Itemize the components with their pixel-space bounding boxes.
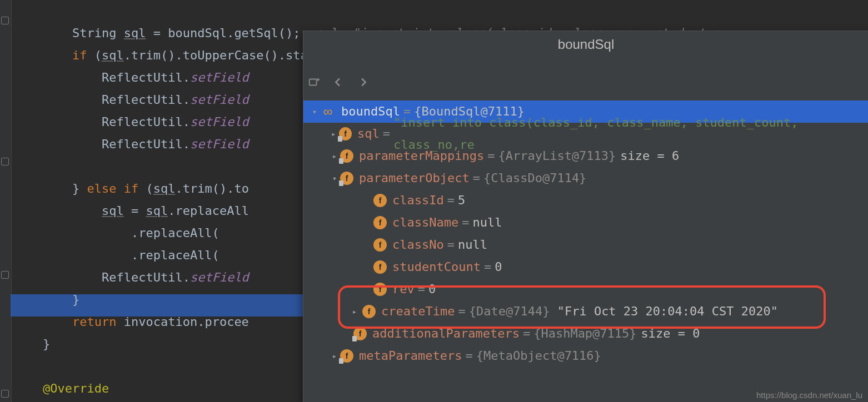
field-type: {ClassDo@7114} <box>483 167 586 189</box>
field-icon: f <box>339 127 352 140</box>
code-text: ReflectUtil.setField <box>13 71 249 84</box>
field-icon: f <box>373 238 387 252</box>
field-icon: f <box>373 194 387 207</box>
fold-marker-icon[interactable] <box>1 271 9 279</box>
popup-title: boundSql <box>303 37 868 52</box>
field-size: size = 0 <box>641 323 700 345</box>
code-text: } <box>13 293 79 306</box>
var-name: boundSql <box>341 100 400 123</box>
expand-caret-icon[interactable] <box>329 145 340 167</box>
code-text: ReflectUtil.setField <box>13 270 249 284</box>
field-icon: f <box>340 149 353 163</box>
field-type: {ArrayList@7113} <box>498 145 616 167</box>
tree-row-class-id[interactable]: f classId = 5 <box>303 189 868 212</box>
code-text: ReflectUtil.setField <box>13 115 249 129</box>
field-type: {MetaObject@7116} <box>476 345 601 367</box>
tree-row-rev[interactable]: f rev = 0 <box>303 278 868 300</box>
equals-sign: = <box>473 167 480 189</box>
equals-sign: = <box>487 145 495 167</box>
equals-sign: = <box>383 123 390 145</box>
field-icon: f <box>373 283 387 296</box>
popup-toolbar <box>308 71 369 93</box>
svg-rect-0 <box>310 79 317 86</box>
equals-sign: = <box>418 278 425 300</box>
field-name: className <box>392 212 458 234</box>
variables-tree[interactable]: ∞ boundSql = {BoundSql@7111} f sql = "in… <box>303 100 868 367</box>
field-name: rev <box>392 278 415 300</box>
field-name: classId <box>392 189 444 212</box>
equals-sign: = <box>484 256 491 278</box>
debug-evaluate-popup: boundSql ∞ boundSql = {BoundSql@7111} f … <box>303 31 868 402</box>
field-value: 0 <box>428 278 436 300</box>
code-text: ReflectUtil.setField <box>13 93 249 107</box>
field-icon: f <box>340 349 353 363</box>
field-size: size = 6 <box>620 145 679 167</box>
watermark-text: https://blog.csdn.net/xuan_lu <box>756 390 862 400</box>
expand-caret-icon[interactable] <box>328 123 339 145</box>
equals-sign: = <box>447 234 455 256</box>
expand-caret-icon[interactable] <box>349 300 360 323</box>
fold-marker-icon[interactable] <box>1 17 9 24</box>
tree-row-sql[interactable]: f sql = "insert into class(class_id, cla… <box>303 123 868 145</box>
code-text: .replaceAll( <box>13 226 220 240</box>
field-value: null <box>458 234 487 256</box>
equals-sign: = <box>447 189 455 212</box>
nav-back-icon[interactable] <box>332 76 345 88</box>
field-name: parameterMappings <box>359 145 484 167</box>
code-text: sql = sql.replaceAll <box>13 204 249 218</box>
fold-marker-icon[interactable] <box>1 158 9 165</box>
equals-sign: = <box>465 345 472 367</box>
field-icon: f <box>373 216 387 229</box>
field-name: studentCount <box>392 256 481 278</box>
field-icon: f <box>373 260 387 274</box>
field-value: "Fri Oct 23 20:04:04 CST 2020" <box>557 300 778 323</box>
tree-row-meta-parameters[interactable]: f metaParameters = {MetaObject@7116} <box>303 345 868 367</box>
field-name: metaParameters <box>359 345 462 367</box>
field-icon: f <box>362 305 376 318</box>
field-icon: f <box>353 327 367 340</box>
new-watch-icon[interactable] <box>308 76 320 88</box>
tree-row-class-no[interactable]: f classNo = null <box>303 234 868 256</box>
tree-row-parameter-object[interactable]: f parameterObject = {ClassDo@7114} <box>303 167 868 189</box>
tree-row-additional-parameters[interactable]: f additionalParameters = {HashMap@7115} … <box>303 323 868 345</box>
field-name: createTime <box>381 300 455 323</box>
field-value: 5 <box>458 189 465 212</box>
code-text: } else if (sql.trim().to <box>13 182 249 195</box>
fold-marker-icon[interactable] <box>1 390 9 398</box>
field-icon: f <box>340 172 353 185</box>
expand-caret-icon[interactable] <box>329 167 340 189</box>
tree-row-student-count[interactable]: f studentCount = 0 <box>303 256 868 278</box>
code-text: .replaceAll( <box>13 248 220 262</box>
tree-row-class-name[interactable]: f className = null <box>303 212 868 234</box>
field-name: parameterObject <box>359 167 470 189</box>
expand-caret-icon[interactable] <box>329 345 340 367</box>
field-name: sql <box>357 123 380 145</box>
code-text: return invocation.procee <box>13 315 249 329</box>
equals-sign: = <box>523 323 530 345</box>
watch-glasses-icon: ∞ <box>320 105 336 118</box>
field-value: 0 <box>495 256 502 278</box>
field-value: null <box>472 212 502 234</box>
code-text: } <box>13 337 50 351</box>
editor-gutter <box>0 0 12 402</box>
equals-sign: = <box>458 300 465 323</box>
expand-caret-icon[interactable] <box>309 100 320 123</box>
field-name: additionalParameters <box>372 323 520 345</box>
field-type: {Date@7144} <box>469 300 550 323</box>
field-name: classNo <box>392 234 444 256</box>
tree-row-create-time[interactable]: f createTime = {Date@7144} "Fri Oct 23 2… <box>303 300 868 323</box>
code-text: @Override <box>13 381 109 395</box>
field-type: {HashMap@7115} <box>533 323 636 345</box>
equals-sign: = <box>462 212 469 234</box>
code-text: ReflectUtil.setField <box>13 137 249 151</box>
nav-forward-icon[interactable] <box>357 76 369 88</box>
